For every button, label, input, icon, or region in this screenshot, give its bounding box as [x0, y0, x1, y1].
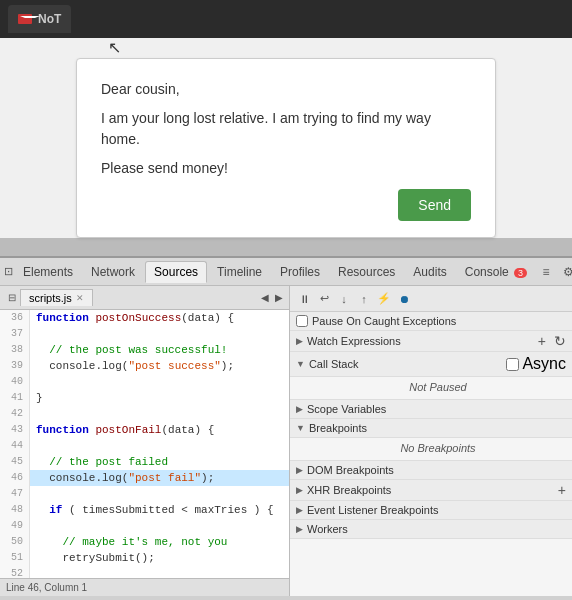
- code-line-49: 49: [0, 518, 289, 534]
- xhr-breakpoints-header[interactable]: ▶ XHR Breakpoints +: [290, 480, 572, 501]
- code-line-50: 50 // maybe it's me, not you: [0, 534, 289, 550]
- breakpoints-content: No Breakpoints: [290, 438, 572, 461]
- code-line-47: 47: [0, 486, 289, 502]
- code-line-41: 41 }: [0, 390, 289, 406]
- code-line-52: 52: [0, 566, 289, 578]
- watch-add-icon[interactable]: +: [538, 334, 546, 348]
- tab-console[interactable]: Console 3: [457, 262, 535, 282]
- list-icon[interactable]: ≡: [537, 263, 555, 281]
- call-stack-value: Not Paused: [310, 379, 566, 395]
- code-line-44: 44: [0, 438, 289, 454]
- dom-chevron-icon: ▶: [296, 465, 303, 475]
- tab-audits[interactable]: Audits: [405, 262, 454, 282]
- tab-timeline[interactable]: Timeline: [209, 262, 270, 282]
- status-text: Line 46, Column 1: [6, 582, 87, 593]
- send-btn-row: Send: [101, 189, 471, 221]
- code-line-45: 45 // the post failed: [0, 454, 289, 470]
- breakpoints-chevron-icon: ▼: [296, 423, 305, 433]
- pause-on-caught-checkbox[interactable]: [296, 315, 308, 327]
- watch-refresh-icon[interactable]: ↻: [554, 334, 566, 348]
- browser-tab[interactable]: NoT: [8, 5, 71, 33]
- xhr-add-icon[interactable]: +: [558, 483, 566, 497]
- email-line-1: Dear cousin,: [101, 79, 471, 100]
- script-file-tab[interactable]: scripts.js ✕: [20, 289, 93, 306]
- email-card: Dear cousin, I am your long lost relativ…: [76, 58, 496, 238]
- script-tab-nav: ◀ ▶: [259, 292, 285, 303]
- main-content: Dear cousin, I am your long lost relativ…: [0, 38, 572, 238]
- call-stack-content: Not Paused: [290, 377, 572, 400]
- workers-header[interactable]: ▶ Workers: [290, 520, 572, 539]
- code-line-48: 48 if ( timesSubmitted < maxTries ) {: [0, 502, 289, 518]
- mail-icon: [18, 14, 32, 24]
- nav-right-icon[interactable]: ▶: [273, 292, 285, 303]
- code-line-43: 43 function postOnFail(data) {: [0, 422, 289, 438]
- pause-on-caught-row: Pause On Caught Exceptions: [290, 312, 572, 331]
- watch-expressions-header[interactable]: ▶ Watch Expressions + ↻: [290, 331, 572, 352]
- step-into-button[interactable]: ↓: [336, 291, 352, 307]
- scope-chevron-icon: ▶: [296, 404, 303, 414]
- script-tab-back[interactable]: ⊟: [4, 290, 20, 306]
- code-line-40: 40: [0, 374, 289, 390]
- script-tab-close[interactable]: ✕: [76, 293, 84, 303]
- cursor-indicator: ↖: [108, 38, 121, 57]
- devtools-tabbar: ⊡ Elements Network Sources Timeline Prof…: [0, 258, 572, 286]
- async-label: Async: [522, 355, 566, 373]
- tab-resources[interactable]: Resources: [330, 262, 403, 282]
- async-check: Async: [506, 355, 566, 373]
- event-chevron-icon: ▶: [296, 505, 303, 515]
- deactivate-button[interactable]: ⚡: [376, 291, 392, 307]
- code-line-37: 37: [0, 326, 289, 342]
- xhr-chevron-icon: ▶: [296, 485, 303, 495]
- call-stack-label: Call Stack: [309, 358, 359, 370]
- breakpoints-header[interactable]: ▼ Breakpoints: [290, 419, 572, 438]
- devtools-panel: ⊡ Elements Network Sources Timeline Prof…: [0, 256, 572, 596]
- breakpoints-value: No Breakpoints: [310, 440, 566, 456]
- separator: [0, 238, 572, 256]
- devtools-icons: ≡ ⚙ ⬜ ✕: [537, 263, 572, 281]
- watch-chevron-icon: ▶: [296, 336, 303, 346]
- left-panel: ⊟ scripts.js ✕ ◀ ▶ 36 function postOnSuc…: [0, 286, 290, 596]
- debugger-controls: ⏸ ↩ ↓ ↑ ⚡ ⏺: [290, 286, 572, 312]
- tab-network[interactable]: Network: [83, 262, 143, 282]
- event-listener-breakpoints-header[interactable]: ▶ Event Listener Breakpoints: [290, 501, 572, 520]
- code-area[interactable]: 36 function postOnSuccess(data) { 37 38 …: [0, 310, 289, 578]
- event-listener-breakpoints-label: Event Listener Breakpoints: [307, 504, 438, 516]
- call-stack-chevron-icon: ▼: [296, 359, 305, 369]
- workers-label: Workers: [307, 523, 348, 535]
- gear-icon[interactable]: ⚙: [559, 263, 572, 281]
- tab-elements[interactable]: Elements: [15, 262, 81, 282]
- tab-profiles[interactable]: Profiles: [272, 262, 328, 282]
- activate-button[interactable]: ⏺: [396, 291, 412, 307]
- devtools-body: ⊟ scripts.js ✕ ◀ ▶ 36 function postOnSuc…: [0, 286, 572, 596]
- xhr-breakpoints-label: XHR Breakpoints: [307, 484, 391, 496]
- code-line-38: 38 // the post was successful!: [0, 342, 289, 358]
- devtools-toggle-icon[interactable]: ⊡: [4, 264, 13, 280]
- right-panel: ⏸ ↩ ↓ ↑ ⚡ ⏺ Pause On Caught Exceptions ▶…: [290, 286, 572, 596]
- status-bar: Line 46, Column 1: [0, 578, 289, 596]
- send-button[interactable]: Send: [398, 189, 471, 221]
- dom-breakpoints-label: DOM Breakpoints: [307, 464, 394, 476]
- watch-expressions-label: Watch Expressions: [307, 335, 401, 347]
- console-badge: 3: [514, 268, 527, 278]
- code-line-42: 42: [0, 406, 289, 422]
- async-checkbox[interactable]: [506, 358, 519, 371]
- scope-variables-header[interactable]: ▶ Scope Variables: [290, 400, 572, 419]
- code-line-46: 46 console.log("post fail");: [0, 470, 289, 486]
- code-line-39: 39 console.log("post success");: [0, 358, 289, 374]
- email-line-2: I am your long lost relative. I am tryin…: [101, 108, 471, 150]
- step-out-button[interactable]: ↑: [356, 291, 372, 307]
- breakpoints-label: Breakpoints: [309, 422, 367, 434]
- tab-sources[interactable]: Sources: [145, 261, 207, 283]
- script-tabs: ⊟ scripts.js ✕ ◀ ▶: [0, 286, 289, 310]
- pause-on-caught-label: Pause On Caught Exceptions: [312, 315, 456, 327]
- workers-chevron-icon: ▶: [296, 524, 303, 534]
- pause-button[interactable]: ⏸: [296, 291, 312, 307]
- script-filename: scripts.js: [29, 292, 72, 304]
- scope-variables-label: Scope Variables: [307, 403, 386, 415]
- call-stack-header[interactable]: ▼ Call Stack Async: [290, 352, 572, 377]
- step-over-button[interactable]: ↩: [316, 291, 332, 307]
- tab-title: NoT: [38, 12, 61, 26]
- code-line-36: 36 function postOnSuccess(data) {: [0, 310, 289, 326]
- dom-breakpoints-header[interactable]: ▶ DOM Breakpoints: [290, 461, 572, 480]
- nav-left-icon[interactable]: ◀: [259, 292, 271, 303]
